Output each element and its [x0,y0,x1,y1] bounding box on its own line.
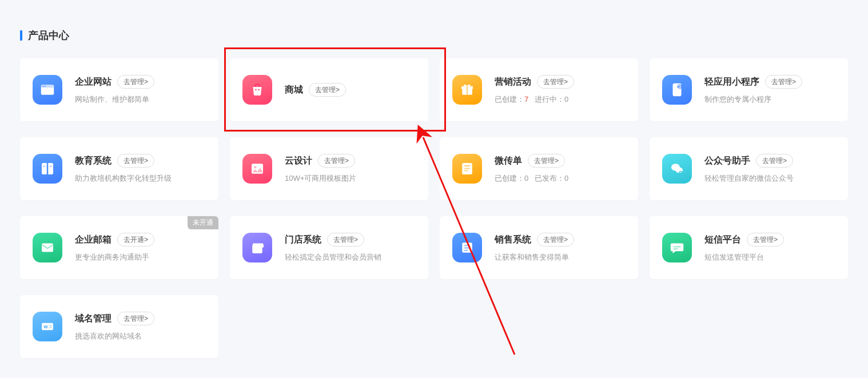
image-icon [242,154,272,184]
manage-button[interactable]: 去管理> [318,154,355,168]
card-domain[interactable]: W. 域名管理 去管理> 挑选喜欢的网站域名 [20,295,218,358]
pub-count: 0 [564,174,568,182]
card-desc: 10W+可商用模板图片 [285,173,416,184]
card-website[interactable]: 企业网站 去管理> 网站制作、维护都简单 [20,58,218,121]
mail-icon [33,233,62,262]
svg-rect-28 [674,248,678,249]
window-icon [33,75,62,105]
card-title: 短信平台 [704,234,741,246]
manage-button[interactable]: 去管理> [747,233,784,246]
section-title-bar [20,30,22,41]
section-title-text: 产品中心 [28,29,69,42]
card-desc: 已创建：0 已发布：0 [495,173,626,184]
manage-button[interactable]: 去管理> [117,75,154,89]
svg-point-5 [258,89,260,91]
card-title: 门店系统 [285,234,321,246]
store-icon [242,233,272,262]
card-mall[interactable]: 商城 去管理> [230,58,428,121]
pub-label: 已发布： [528,174,564,182]
svg-point-10 [678,85,682,89]
gift-icon [452,75,482,105]
svg-rect-18 [464,170,468,172]
card-design[interactable]: 云设计 去管理> 10W+可商用模板图片 [230,137,428,200]
svg-text:W.: W. [43,324,49,329]
card-desc: 挑选喜欢的网站域名 [75,331,206,341]
activate-button[interactable]: 去开通> [117,233,154,246]
card-desc: 短信发送管理平台 [704,252,835,262]
card-desc: 助力教培机构数字化转型升级 [75,173,206,184]
card-mp[interactable]: 公众号助手 去管理> 轻松管理自家的微信公众号 [650,137,848,200]
card-desc: 更专业的商务沟通助手 [75,252,206,262]
svg-point-2 [43,86,44,87]
card-desc: 轻松管理自家的微信公众号 [704,173,835,184]
card-title: 教育系统 [75,155,112,167]
manage-button[interactable]: 去管理> [537,233,574,246]
card-title: 域名管理 [75,313,112,325]
card-flyer[interactable]: 微传单 去管理> 已创建：0 已发布：0 [440,137,638,200]
manage-button[interactable]: 去管理> [765,75,802,89]
flyer-icon [452,154,482,184]
section-title: 产品中心 [20,29,848,42]
card-title: 营销活动 [495,76,531,88]
book-icon [33,154,62,184]
shopping-bag-icon [242,75,272,105]
card-title: 轻应用小程序 [704,76,759,88]
svg-rect-27 [674,246,681,248]
svg-point-4 [255,89,257,91]
svg-rect-12 [50,166,52,167]
card-title: 微传单 [495,155,522,167]
card-desc: 制作您的专属小程序 [704,94,835,105]
miniprogram-icon [662,75,692,105]
domain-icon: W. [33,312,62,341]
card-desc: 让获客和销售变得简单 [495,252,626,262]
product-grid: 企业网站 去管理> 网站制作、维护都简单 商城 去管理> [20,58,848,358]
svg-rect-25 [464,247,470,248]
manage-button[interactable]: 去管理> [537,75,574,89]
card-desc: 网站制作、维护都简单 [75,94,206,105]
card-edu[interactable]: 教育系统 去管理> 助力教培机构数字化转型升级 [20,137,218,200]
svg-rect-32 [50,327,52,328]
card-title: 云设计 [285,155,312,167]
svg-rect-22 [42,244,53,252]
manage-button[interactable]: 去管理> [117,312,154,325]
created-label: 已创建： [495,174,524,182]
card-title: 商城 [285,84,303,96]
svg-rect-26 [464,250,468,251]
wechat-icon [662,154,692,184]
card-miniapp[interactable]: 轻应用小程序 去管理> 制作您的专属小程序 [650,58,848,121]
svg-rect-31 [50,325,52,327]
card-desc: 轻松搞定会员管理和会员营销 [285,252,416,262]
manage-button[interactable]: 去管理> [327,233,364,246]
svg-rect-16 [464,165,470,167]
card-title: 公众号助手 [704,155,750,167]
card-sales[interactable]: 销售系统 去管理> 让获客和销售变得简单 [440,216,638,279]
card-title: 企业网站 [75,76,112,88]
inactive-tag: 未开通 [188,216,218,229]
list-icon [452,233,482,262]
chat-icon [662,233,692,262]
svg-point-14 [254,166,256,169]
manage-button[interactable]: 去管理> [756,154,793,168]
card-marketing[interactable]: 营销活动 去管理> 已创建：7 进行中：0 [440,58,638,121]
svg-point-3 [45,86,46,87]
running-label: 进行中： [528,95,564,104]
created-label: 已创建： [495,95,524,104]
manage-button[interactable]: 去管理> [117,154,154,168]
card-desc: 已创建：7 进行中：0 [495,94,626,105]
card-store[interactable]: 门店系统 去管理> 轻松搞定会员管理和会员营销 [230,216,428,279]
manage-button[interactable]: 去管理> [309,83,346,97]
manage-button[interactable]: 去管理> [528,154,565,168]
svg-rect-24 [464,245,470,246]
card-mail[interactable]: 未开通 企业邮箱 去开通> 更专业的商务沟通助手 [20,216,218,279]
card-sms[interactable]: 短信平台 去管理> 短信发送管理平台 [650,216,848,279]
svg-rect-8 [467,86,468,95]
card-title: 企业邮箱 [75,234,112,246]
card-title: 销售系统 [495,234,531,246]
running-count: 0 [564,95,568,104]
svg-rect-11 [43,166,46,167]
svg-rect-17 [464,168,470,169]
